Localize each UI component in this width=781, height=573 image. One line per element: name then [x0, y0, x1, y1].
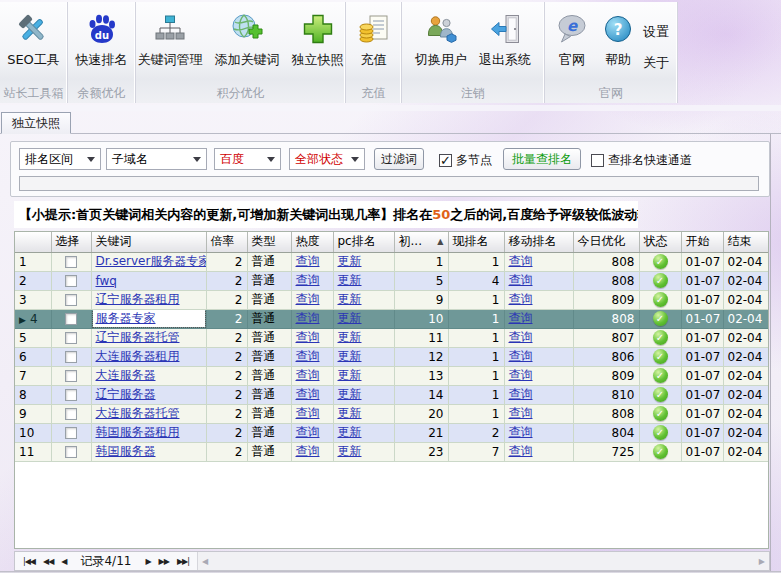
mobile-query-link[interactable]: 查询 — [509, 273, 533, 287]
row-checkbox[interactable] — [65, 294, 77, 306]
recharge-button[interactable]: 充值 — [351, 7, 397, 74]
table-row[interactable]: 8辽宁服务器2普通查询更新141查询810✓01-0702-04 — [15, 385, 768, 404]
col-header-current-rank[interactable]: 现排名 — [448, 232, 504, 252]
fast-channel-checkbox[interactable]: 查排名快速通道 — [591, 152, 692, 169]
mobile-query-link[interactable]: 查询 — [509, 406, 533, 420]
nav-first-button[interactable]: |◀◀ — [23, 557, 35, 566]
heat-query-link[interactable]: 查询 — [296, 311, 320, 325]
scroll-left-icon[interactable]: ◀ — [202, 557, 208, 566]
table-row[interactable]: 6大连服务器租用2普通查询更新121查询806✓01-0702-04 — [15, 347, 768, 366]
nav-fastback-button[interactable]: ◀◀ — [43, 557, 53, 566]
pc-update-link[interactable]: 更新 — [338, 254, 362, 268]
batch-rank-check-button[interactable]: 批量查排名 — [503, 148, 581, 170]
pc-update-link[interactable]: 更新 — [338, 311, 362, 325]
keyword-link[interactable]: 大连服务器 — [96, 368, 156, 382]
heat-query-link[interactable]: 查询 — [296, 425, 320, 439]
row-checkbox[interactable] — [65, 446, 77, 458]
row-checkbox[interactable] — [65, 313, 77, 325]
seo-tools-button[interactable]: SEO工具 — [1, 7, 66, 74]
checkbox-unchecked-icon[interactable] — [591, 154, 604, 167]
row-checkbox[interactable] — [65, 427, 77, 439]
official-site-button[interactable]: e 官网 — [549, 7, 595, 74]
heat-query-link[interactable]: 查询 — [296, 330, 320, 344]
mobile-query-link[interactable]: 查询 — [509, 425, 533, 439]
pc-update-link[interactable]: 更新 — [338, 387, 362, 401]
heat-query-link[interactable]: 查询 — [296, 273, 320, 287]
table-row[interactable]: 3辽宁服务器租用2普通查询更新91查询809✓01-0702-04 — [15, 290, 768, 309]
keyword-link[interactable]: 服务器专家 — [96, 311, 156, 325]
pc-update-link[interactable]: 更新 — [338, 425, 362, 439]
table-row[interactable]: 1Dr.server服务器专家2普通查询更新11查询808✓01-0702-04 — [15, 252, 768, 271]
keyword-link[interactable]: 大连服务器租用 — [96, 349, 180, 363]
keyword-link[interactable]: 辽宁服务器托管 — [96, 330, 180, 344]
table-row[interactable]: 2fwq2普通查询更新54查询808✓01-0702-04 — [15, 271, 768, 290]
pc-update-link[interactable]: 更新 — [338, 330, 362, 344]
row-checkbox[interactable] — [65, 370, 77, 382]
keyword-link[interactable]: 辽宁服务器 — [96, 387, 156, 401]
about-button[interactable]: 关于 — [643, 54, 669, 72]
keyword-edit-box[interactable]: 服务器专家 — [93, 310, 205, 327]
rank-range-dropdown[interactable]: 排名区间 — [19, 148, 101, 170]
mobile-query-link[interactable]: 查询 — [509, 330, 533, 344]
col-header-heat[interactable]: 热度 — [291, 232, 333, 252]
horizontal-scrollbar[interactable]: ◀ ▶ — [198, 552, 769, 570]
nav-next-button[interactable]: ▶ — [145, 557, 150, 566]
row-checkbox[interactable] — [65, 332, 77, 344]
col-header-indicator[interactable] — [15, 232, 51, 252]
heat-query-link[interactable]: 查询 — [296, 444, 320, 458]
col-header-init-rank[interactable]: 初...▲ — [394, 232, 448, 252]
exit-system-button[interactable]: 退出系统 — [473, 7, 537, 74]
heat-query-link[interactable]: 查询 — [296, 387, 320, 401]
keyword-link[interactable]: 韩国服务器 — [96, 444, 156, 458]
multi-node-checkbox[interactable]: 多节点 — [439, 152, 492, 169]
nav-prev-button[interactable]: ◀ — [61, 557, 66, 566]
col-header-mobile-rank[interactable]: 移动排名 — [504, 232, 573, 252]
settings-button[interactable]: 设置 — [643, 23, 669, 41]
row-checkbox[interactable] — [65, 256, 77, 268]
heat-query-link[interactable]: 查询 — [296, 368, 320, 382]
table-row[interactable]: ▶4服务器专家2普通查询更新101查询808✓01-0702-04 — [15, 309, 768, 328]
table-row[interactable]: 5辽宁服务器托管2普通查询更新111查询807✓01-0702-04 — [15, 328, 768, 347]
mobile-query-link[interactable]: 查询 — [509, 311, 533, 325]
checkbox-checked-icon[interactable] — [439, 154, 452, 167]
add-keyword-button[interactable]: 添加关键词 — [209, 7, 286, 74]
keyword-filter-input[interactable] — [19, 176, 759, 191]
row-checkbox[interactable] — [65, 389, 77, 401]
table-row[interactable]: 10韩国服务器租用2普通查询更新212查询804✓01-0702-04 — [15, 423, 768, 442]
heat-query-link[interactable]: 查询 — [296, 292, 320, 306]
col-header-rate[interactable]: 倍率 — [206, 232, 247, 252]
pc-update-link[interactable]: 更新 — [338, 292, 362, 306]
mobile-query-link[interactable]: 查询 — [509, 444, 533, 458]
keyword-link[interactable]: 辽宁服务器租用 — [96, 292, 180, 306]
col-header-status[interactable]: 状态 — [639, 232, 681, 252]
subdomain-dropdown[interactable]: 子域名 — [106, 148, 207, 170]
tab-snapshot[interactable]: 独立快照 — [1, 112, 71, 134]
pc-update-link[interactable]: 更新 — [338, 444, 362, 458]
keyword-link[interactable]: fwq — [96, 274, 117, 288]
heat-query-link[interactable]: 查询 — [296, 406, 320, 420]
col-header-start[interactable]: 开始 — [681, 232, 723, 252]
table-row[interactable]: 11韩国服务器2普通查询更新237查询725✓01-0702-04 — [15, 442, 768, 461]
nav-last-button[interactable]: ▶▶| — [177, 557, 189, 566]
row-checkbox[interactable] — [65, 351, 77, 363]
mobile-query-link[interactable]: 查询 — [509, 368, 533, 382]
keyword-link[interactable]: 韩国服务器租用 — [96, 425, 180, 439]
row-checkbox[interactable] — [65, 275, 77, 287]
pc-update-link[interactable]: 更新 — [338, 406, 362, 420]
help-button[interactable]: ? 帮助 — [595, 7, 641, 74]
status-filter-dropdown[interactable]: 全部状态 — [289, 148, 365, 170]
col-header-keyword[interactable]: 关键词 — [91, 232, 206, 252]
table-row[interactable]: 7大连服务器2普通查询更新131查询809✓01-0702-04 — [15, 366, 768, 385]
heat-query-link[interactable]: 查询 — [296, 254, 320, 268]
mobile-query-link[interactable]: 查询 — [509, 292, 533, 306]
col-header-select[interactable]: 选择 — [51, 232, 91, 252]
mobile-query-link[interactable]: 查询 — [509, 349, 533, 363]
pc-update-link[interactable]: 更新 — [338, 368, 362, 382]
keyword-link[interactable]: 大连服务器托管 — [96, 406, 180, 420]
table-row[interactable]: 9大连服务器托管2普通查询更新201查询808✓01-0702-04 — [15, 404, 768, 423]
pc-update-link[interactable]: 更新 — [338, 273, 362, 287]
nav-fastfwd-button[interactable]: ▶▶ — [159, 557, 169, 566]
switch-user-button[interactable]: 切换用户 — [409, 7, 473, 74]
keyword-manage-button[interactable]: 关键词管理 — [132, 7, 209, 74]
col-header-end[interactable]: 结束 — [723, 232, 768, 252]
